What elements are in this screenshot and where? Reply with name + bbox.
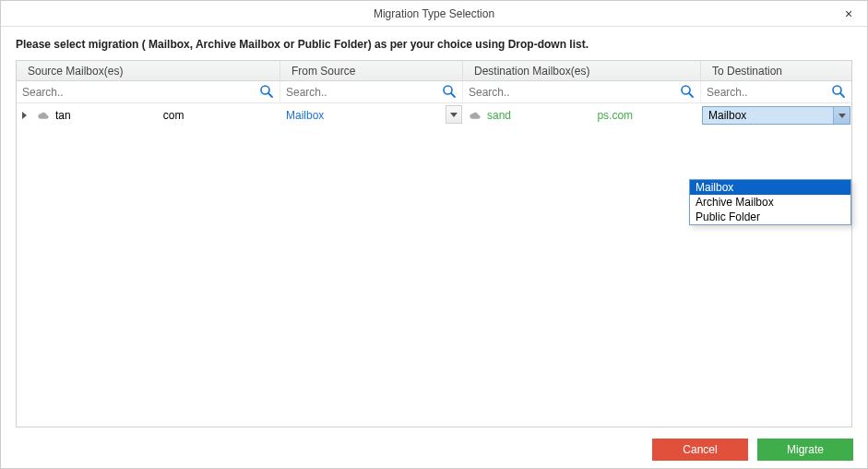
chevron-down-icon[interactable] [833, 107, 850, 124]
search-row [17, 81, 851, 103]
cloud-icon [37, 111, 50, 120]
close-icon: × [845, 6, 852, 21]
search-icon[interactable] [442, 84, 457, 99]
to-destination-value: Mailbox [708, 109, 746, 122]
search-to-destination-cell [701, 81, 851, 102]
footer-buttons: Cancel Migrate [0, 430, 868, 469]
search-icon[interactable] [680, 84, 695, 99]
destination-mailbox-suffix: ps.com [597, 109, 633, 122]
dropdown-option-public-folder[interactable]: Public Folder [690, 210, 850, 224]
svg-line-1 [268, 93, 272, 97]
cloud-icon [469, 111, 482, 120]
destination-mailbox-hidden [511, 109, 597, 122]
to-destination-cell: Mailbox [701, 103, 851, 127]
source-mailbox-prefix: tan [55, 109, 71, 122]
svg-line-5 [689, 93, 693, 97]
source-mailbox-cell[interactable]: tan com [17, 103, 280, 127]
svg-line-7 [840, 93, 844, 97]
expand-icon[interactable] [22, 111, 31, 120]
instruction-text: Please select migration ( Mailbox, Archi… [1, 27, 867, 60]
from-source-dropdown-arrow[interactable] [446, 105, 462, 124]
destination-mailbox-cell[interactable]: sand ps.com [463, 103, 701, 127]
search-icon[interactable] [831, 84, 846, 99]
from-source-value: Mailbox [286, 109, 324, 122]
migrate-button[interactable]: Migrate [757, 439, 853, 461]
search-destination-cell [463, 81, 701, 102]
source-mailbox-hidden [71, 109, 163, 122]
close-button[interactable]: × [830, 1, 867, 27]
svg-line-3 [451, 93, 455, 97]
cancel-button[interactable]: Cancel [652, 439, 748, 461]
col-header-source-mailboxes[interactable]: Source Mailbox(es) [17, 61, 280, 80]
search-from-source-input[interactable] [286, 86, 457, 99]
window-title: Migration Type Selection [374, 7, 494, 20]
search-destination-input[interactable] [469, 86, 695, 99]
search-from-source-cell [280, 81, 463, 102]
search-source-cell [17, 81, 280, 102]
col-header-from-source[interactable]: From Source [280, 61, 463, 80]
destination-mailbox-prefix: sand [487, 109, 511, 122]
to-destination-dropdown[interactable]: Mailbox Archive Mailbox Public Folder [689, 179, 851, 225]
from-source-cell[interactable]: Mailbox [280, 103, 463, 127]
grid-header-row: Source Mailbox(es) From Source Destinati… [17, 61, 851, 81]
table-row: tan com Mailbox sand ps.com M [17, 103, 851, 127]
source-mailbox-suffix: com [163, 109, 184, 122]
to-destination-combo[interactable]: Mailbox [702, 106, 850, 125]
search-icon[interactable] [259, 84, 274, 99]
dropdown-option-archive-mailbox[interactable]: Archive Mailbox [690, 195, 850, 210]
col-header-to-destination[interactable]: To Destination [701, 61, 851, 80]
dropdown-option-mailbox[interactable]: Mailbox [690, 180, 850, 195]
title-bar: Migration Type Selection × [1, 1, 867, 27]
search-source-input[interactable] [22, 86, 274, 99]
search-to-destination-input[interactable] [707, 86, 846, 99]
col-header-destination-mailboxes[interactable]: Destination Mailbox(es) [463, 61, 701, 80]
migration-grid: Source Mailbox(es) From Source Destinati… [16, 60, 852, 427]
